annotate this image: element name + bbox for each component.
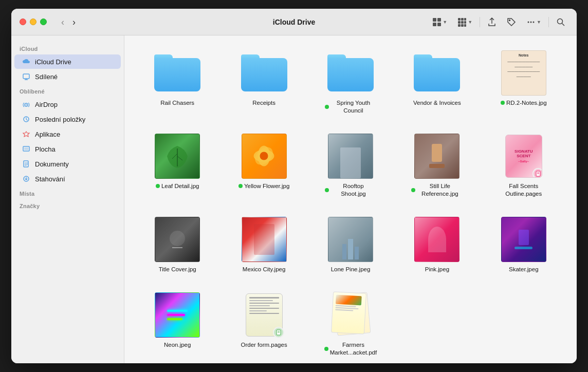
sidebar-item-label-desktop: Plocha <box>35 145 56 153</box>
file-label-farmers-market: Farmers Market...acket.pdf <box>325 341 376 357</box>
image-rooftop-shoot <box>328 134 373 179</box>
svg-rect-5 <box>461 18 464 21</box>
recent-icon <box>22 115 31 124</box>
image-order-form <box>246 293 283 337</box>
file-item-rail-chasers[interactable]: Rail Chasers <box>137 46 218 119</box>
file-item-pink[interactable]: Pink.jpeg <box>396 212 477 277</box>
file-item-lone-pine[interactable]: Lone Pine.jpeg <box>310 212 391 277</box>
file-thumb-rooftop-shoot <box>327 133 374 179</box>
view-options-button[interactable]: ▼ <box>454 15 475 29</box>
fullscreen-button[interactable] <box>40 18 47 25</box>
sidebar-item-label-downloads: Stahování <box>35 175 65 183</box>
sidebar-item-downloads[interactable]: Stahování <box>14 172 121 186</box>
desktop-icon <box>22 144 31 154</box>
file-thumb-spring-youth-council <box>327 50 374 96</box>
file-thumb-mexico-city <box>241 216 287 263</box>
file-label-yellow-flower: Yellow Flower.jpg <box>238 182 289 190</box>
svg-rect-19 <box>23 74 29 79</box>
tag-button[interactable] <box>504 15 519 29</box>
sidebar-item-label-shared: Sdílené <box>35 73 58 81</box>
file-item-rooftop-shoot[interactable]: Rooftop Shoot.jpg <box>310 129 391 202</box>
sidebar-item-airdrop[interactable]: AirDrop <box>14 97 121 111</box>
file-item-spring-youth-council[interactable]: Spring Youth Council <box>310 46 391 119</box>
sidebar-item-apps[interactable]: Aplikace <box>14 127 121 141</box>
file-item-skater[interactable]: Skater.jpeg <box>483 212 564 277</box>
file-item-farmers-market[interactable]: Farmers Market...acket.pdf <box>310 288 391 361</box>
sidebar-section-tags: Značky <box>11 199 124 211</box>
sidebar-item-recent[interactable]: Poslední položky <box>14 112 121 126</box>
file-item-title-cover[interactable]: Title Cover.jpg <box>137 212 218 277</box>
share-button[interactable] <box>484 15 500 29</box>
toolbar-divider2 <box>548 17 549 27</box>
image-pink <box>414 217 460 262</box>
nav-buttons: ‹ › <box>58 16 79 28</box>
back-button[interactable]: ‹ <box>58 16 67 28</box>
titlebar: ‹ › iCloud Drive ▼ <box>11 9 577 35</box>
svg-rect-0 <box>433 18 436 22</box>
svg-point-16 <box>533 21 535 23</box>
svg-rect-2 <box>433 23 436 26</box>
file-thumb-rail-chasers <box>154 50 200 96</box>
sidebar-item-shared[interactable]: Sdílené <box>14 69 121 84</box>
image-neon <box>155 292 200 338</box>
forward-button[interactable]: › <box>69 16 79 28</box>
main-content: Rail Chasers Receipts <box>124 35 577 363</box>
close-button[interactable] <box>20 18 26 25</box>
file-thumb-order-form <box>241 292 287 338</box>
svg-point-23 <box>26 104 27 105</box>
file-label-vendor-invoices: Vendor & Invoices <box>413 99 461 107</box>
sidebar: iCloud iCloud Drive Sdílené <box>11 35 124 363</box>
sync-dot-spring-youth-council <box>325 105 329 109</box>
svg-line-18 <box>562 23 565 26</box>
file-item-mexico-city[interactable]: Mexico City.jpeg <box>223 212 304 277</box>
search-button[interactable] <box>553 15 568 29</box>
sidebar-item-label-icloud-drive: iCloud Drive <box>35 58 71 66</box>
view-icon-grid-button[interactable]: ▼ <box>429 15 450 29</box>
chevron-down-icon: ▼ <box>443 20 447 25</box>
minimize-button[interactable] <box>30 18 36 25</box>
file-thumb-skater <box>501 216 547 263</box>
docs-icon <box>22 159 31 169</box>
sync-dot-rd-notes <box>501 101 505 105</box>
svg-rect-11 <box>461 24 464 27</box>
more-button[interactable]: ▼ <box>523 15 544 29</box>
file-label-receipts: Receipts <box>252 99 275 107</box>
file-label-title-cover: Title Cover.jpg <box>159 266 196 273</box>
sidebar-item-desktop[interactable]: Plocha <box>14 142 121 156</box>
file-thumb-farmers-market <box>327 292 374 338</box>
file-label-neon: Neon.jpeg <box>164 341 191 349</box>
toolbar-right: ▼ ▼ <box>429 15 568 29</box>
sidebar-item-label-apps: Aplikace <box>35 131 60 138</box>
airdrop-icon <box>22 100 31 109</box>
file-thumb-fall-scents: SIGNATU SCENT ~Sally~ <box>501 133 547 179</box>
file-label-fall-scents: Fall Scents Outline.pages <box>498 182 549 198</box>
file-item-receipts[interactable]: Receipts <box>223 46 304 119</box>
chevron-down-icon2: ▼ <box>468 20 472 25</box>
file-thumb-leaf-detail <box>154 133 200 179</box>
file-item-still-life[interactable]: Still Life Reference.jpg <box>396 129 477 202</box>
window-title: iCloud Drive <box>273 18 315 26</box>
sidebar-item-icloud-drive[interactable]: iCloud Drive <box>14 54 121 69</box>
sidebar-section-favorites: Oblíbené <box>11 84 124 97</box>
file-label-still-life: Still Life Reference.jpg <box>411 182 463 198</box>
file-thumb-receipts <box>241 50 287 96</box>
file-item-vendor-invoices[interactable]: Vendor & Invoices <box>396 46 477 119</box>
file-thumb-rd-notes: Notes ————————— ————— ————————— ———— <box>501 50 547 96</box>
file-item-neon[interactable]: Neon.jpeg <box>137 288 218 361</box>
file-item-fall-scents[interactable]: SIGNATU SCENT ~Sally~ Fall Scents Outlin… <box>483 129 564 202</box>
file-grid: Rail Chasers Receipts <box>137 46 564 361</box>
shared-icon <box>22 72 31 81</box>
sync-dot-yellow-flower <box>238 184 243 188</box>
file-item-leaf-detail[interactable]: Leaf Detail.jpg <box>137 129 218 202</box>
sidebar-section-places: Místa <box>11 187 124 199</box>
svg-rect-6 <box>464 18 466 21</box>
traffic-lights <box>20 18 47 25</box>
sync-dot-leaf-detail <box>156 184 160 188</box>
file-item-order-form[interactable]: Order form.pages <box>223 288 304 361</box>
file-label-mexico-city: Mexico City.jpeg <box>243 266 286 273</box>
file-item-rd-notes[interactable]: Notes ————————— ————— ————————— ———— RD.… <box>483 46 564 119</box>
sidebar-item-documents[interactable]: Dokumenty <box>14 157 121 171</box>
file-item-yellow-flower[interactable]: Yellow Flower.jpg <box>223 129 304 202</box>
finder-window: ‹ › iCloud Drive ▼ <box>11 9 577 363</box>
window-body: iCloud iCloud Drive Sdílené <box>11 35 577 363</box>
